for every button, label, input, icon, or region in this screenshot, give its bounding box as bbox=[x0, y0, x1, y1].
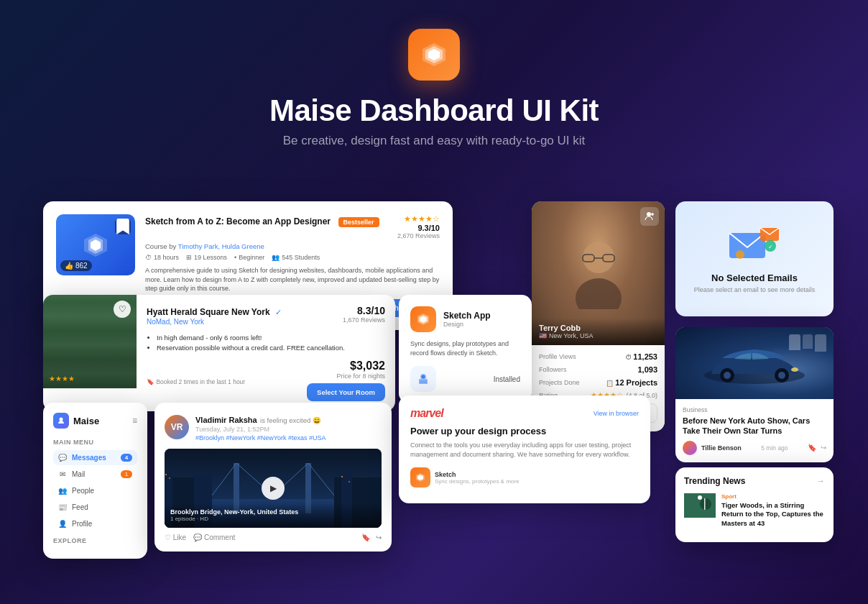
social-time: Tuesday, July 21, 1:52PM bbox=[195, 426, 326, 433]
add-friend-button[interactable] bbox=[640, 207, 659, 226]
app-install-icon bbox=[410, 366, 436, 392]
social-activity: is feeling excited 😄 bbox=[260, 416, 321, 424]
play-button[interactable]: ▶ bbox=[262, 477, 285, 500]
svg-rect-53 bbox=[704, 498, 706, 510]
social-avatar: VR bbox=[165, 415, 189, 439]
svg-point-48 bbox=[724, 372, 731, 379]
projects-label: Projects Done bbox=[539, 379, 580, 386]
bookmark-icon[interactable]: 🔖 bbox=[808, 444, 816, 452]
author-link[interactable]: Timothy Park, Hulda Greene bbox=[178, 242, 264, 250]
social-actions: ♡ Like 💬 Comment 🔖 ↪ bbox=[165, 534, 382, 541]
auto-author-name: Tillie Benson bbox=[701, 444, 742, 452]
like-button[interactable]: ♡ Like bbox=[165, 534, 186, 541]
email-illustration: ✓ bbox=[726, 224, 783, 264]
sidebar-item-messages[interactable]: 💬 Messages 4 bbox=[53, 450, 137, 465]
rating-count: 2,670 Reviews bbox=[397, 232, 440, 239]
svg-point-52 bbox=[700, 498, 711, 510]
marvel-view-link[interactable]: View in browser bbox=[594, 410, 639, 417]
installed-badge: Installed bbox=[494, 375, 520, 383]
trending-thumbnail bbox=[684, 493, 716, 518]
flag-icon: 🇺🇸 bbox=[539, 332, 547, 339]
projects-value: 📋 12 Projects bbox=[606, 378, 657, 387]
sidebar-item-people[interactable]: 👥 People bbox=[53, 483, 137, 498]
course-likes: 👍862 bbox=[60, 260, 92, 271]
auto-author-row: Tillie Benson 5 min ago 🔖 ↪ bbox=[683, 441, 826, 455]
profile-views-value: ⏱ 11,253 bbox=[625, 352, 657, 361]
nav-brand: Maise ≡ bbox=[53, 413, 137, 429]
feed-icon: 📰 bbox=[58, 503, 67, 511]
svg-point-49 bbox=[778, 372, 785, 379]
navigation-card: Maise ≡ Main Menu 💬 Messages 4 ✉ Mail 1 … bbox=[43, 403, 147, 559]
profile-name-overlay: Terry Cobb 🇺🇸 New York, USA bbox=[532, 318, 665, 345]
hotel-price-label: Price for 8 nights bbox=[307, 372, 385, 380]
logo-icon bbox=[408, 29, 460, 81]
svg-rect-42 bbox=[348, 481, 350, 482]
stars: ★★★★☆ bbox=[397, 214, 440, 224]
marvel-app-info: Sketch Sync designs, prototypes & more bbox=[435, 471, 519, 485]
svg-point-54 bbox=[698, 495, 702, 500]
auto-info: Business Before New York Auto Show, Cars… bbox=[675, 399, 834, 462]
svg-point-7 bbox=[576, 278, 622, 309]
social-user-row: VR Vladimir Raksha is feeling excited 😄 … bbox=[165, 413, 382, 441]
hotel-thumbnail: ♡ ★★★★ bbox=[43, 295, 137, 388]
profile-icon: 👤 bbox=[58, 520, 67, 528]
hotel-booked: 🔖 Booked 2 times in the last 1 hour bbox=[147, 378, 245, 385]
hotel-features: In high demand - only 6 rooms left! Rese… bbox=[147, 333, 385, 354]
profile-views-label: Profile Views bbox=[539, 353, 576, 360]
svg-point-22 bbox=[422, 375, 425, 379]
social-username: Vladimir Raksha bbox=[195, 416, 257, 424]
trending-item-title: Tiger Woods, in a Stirring Return to the… bbox=[721, 501, 825, 528]
trending-item: Sport Tiger Woods, in a Stirring Return … bbox=[684, 493, 825, 528]
select-room-button[interactable]: Select Your Room bbox=[307, 383, 385, 401]
cards-container: 👍862 Sketch from A to Z: Become an App D… bbox=[0, 201, 868, 604]
trending-header: Trending News → bbox=[684, 476, 825, 486]
marvel-description: Connect to the tools you use everyday in… bbox=[410, 441, 639, 459]
people-icon: 👥 bbox=[58, 487, 67, 495]
svg-point-23 bbox=[60, 418, 63, 421]
app-name: Sketch App bbox=[443, 311, 491, 321]
sidebar-item-profile[interactable]: 👤 Profile bbox=[53, 516, 137, 531]
brand-name: Maise bbox=[53, 413, 99, 429]
svg-rect-41 bbox=[341, 476, 343, 477]
followers-value: 1,093 bbox=[637, 365, 657, 374]
svg-text:✓: ✓ bbox=[768, 244, 773, 250]
course-bookmark-icon[interactable] bbox=[115, 219, 131, 234]
social-tags: #Brooklyn #NewYork #NewYork #texas #USA bbox=[195, 434, 326, 441]
comment-button[interactable]: 💬 Comment bbox=[193, 534, 235, 541]
trending-arrow-icon[interactable]: → bbox=[816, 476, 825, 486]
course-title: Sketch from A to Z: Become an App Design… bbox=[145, 216, 331, 226]
sidebar-item-feed[interactable]: 📰 Feed bbox=[53, 500, 137, 515]
share-icon[interactable]: ↪ bbox=[821, 444, 826, 452]
social-post-card: VR Vladimir Raksha is feeling excited 😄 … bbox=[154, 403, 392, 552]
share-action[interactable]: ↪ bbox=[376, 534, 382, 541]
svg-rect-39 bbox=[165, 474, 167, 475]
course-thumbnail: 👍862 bbox=[56, 214, 135, 275]
app-info: Sketch App Design bbox=[443, 311, 491, 328]
svg-rect-40 bbox=[169, 477, 170, 479]
hotel-price: $3,032 bbox=[307, 360, 385, 372]
trending-title: Trending News bbox=[684, 476, 745, 486]
trending-category: Sport bbox=[721, 493, 825, 500]
auto-category: Business bbox=[683, 406, 826, 413]
nav-hamburger-icon[interactable]: ≡ bbox=[132, 416, 137, 426]
auto-time: 5 min ago bbox=[761, 444, 788, 452]
post-date: 1 episode · HD bbox=[170, 516, 376, 522]
verified-icon: ✓ bbox=[275, 308, 282, 316]
course-meta: ⏱ 18 hours ⊞ 19 Lessons • Beginner 👥 545… bbox=[145, 254, 440, 261]
social-image-overlay: Brooklyn Bridge, New-York, United States… bbox=[165, 503, 382, 528]
sketch-app-icon bbox=[410, 467, 430, 488]
marvel-title: Power up your design process bbox=[410, 426, 639, 436]
marvel-header: marvel View in browser bbox=[410, 407, 639, 420]
svg-point-18 bbox=[736, 250, 744, 259]
marvel-app-item: Sketch Sync designs, prototypes & more bbox=[410, 467, 519, 488]
auto-actions: 🔖 ↪ bbox=[808, 444, 826, 452]
bookmark-action[interactable]: 🔖 bbox=[361, 534, 370, 541]
mail-icon: ✉ bbox=[58, 470, 67, 478]
app-header: Sketch App Design bbox=[410, 306, 520, 332]
app-card: Sketch App Design Sync designs, play pro… bbox=[399, 295, 532, 403]
messages-badge: 4 bbox=[121, 454, 132, 462]
hotel-favorite-icon[interactable]: ♡ bbox=[114, 301, 131, 318]
nav-section-title: Main Menu bbox=[53, 439, 137, 446]
sidebar-item-mail[interactable]: ✉ Mail 1 bbox=[53, 467, 137, 482]
hotel-card: ♡ ★★★★ Hyatt Herald Square New York ✓ No… bbox=[43, 295, 395, 411]
